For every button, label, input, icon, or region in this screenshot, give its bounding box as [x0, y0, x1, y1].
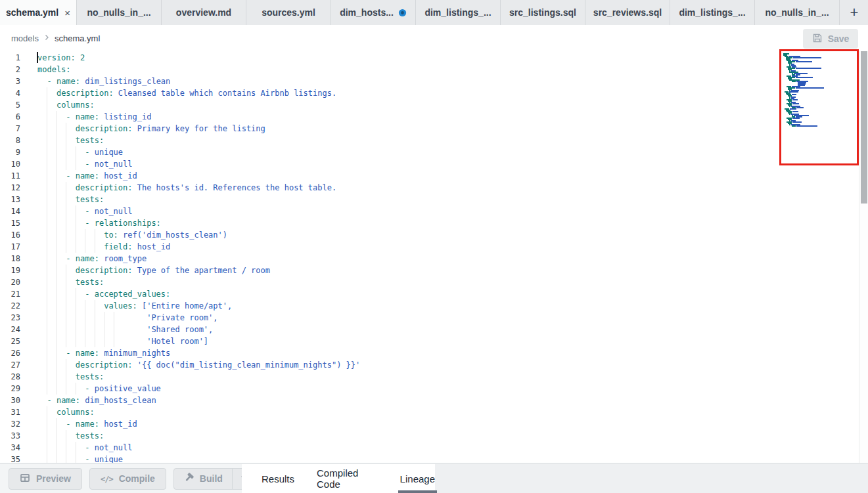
code-token: tests: — [76, 278, 104, 287]
code-line[interactable]: columns: — [37, 406, 776, 418]
code-line[interactable]: - name: host_id — [37, 418, 776, 430]
tab-label: overview.md — [176, 7, 231, 18]
tab-sources-yml[interactable]: sources.yml — [246, 0, 331, 25]
code-line[interactable]: version: 2 — [37, 52, 776, 64]
tab-dim-listings[interactable]: dim_listings_... — [670, 0, 755, 25]
code-line[interactable]: - unique — [37, 146, 776, 158]
line-number: 9 — [0, 146, 20, 158]
code-line[interactable]: - positive_value — [37, 383, 776, 395]
code-indent — [37, 337, 147, 346]
tab-src-listings-sql[interactable]: src_listings.sql — [501, 0, 585, 25]
indent-guide — [66, 158, 66, 170]
code-token: models: — [37, 65, 71, 74]
indent-guide — [76, 454, 76, 463]
scrollbar-thumb[interactable] — [861, 51, 867, 204]
breadcrumb-folder[interactable]: models — [11, 33, 39, 43]
code-line[interactable]: - name: dim_listings_clean — [37, 75, 776, 87]
code-line[interactable]: tests: — [37, 276, 776, 288]
code-line[interactable]: 'Shared room', — [37, 324, 776, 335]
code-token: name: — [76, 419, 99, 429]
tab-no-nulls-in[interactable]: no_nulls_in_... — [755, 0, 840, 25]
code-line[interactable]: description: Cleansed table which contai… — [37, 87, 776, 99]
tab-no-nulls-in[interactable]: no_nulls_in_... — [77, 0, 162, 25]
bottom-tab-results[interactable]: Results — [262, 464, 294, 493]
code-line[interactable]: - not_null — [37, 158, 776, 170]
indent-guide — [47, 158, 47, 170]
code-indent — [37, 455, 85, 463]
tab-dim-listings[interactable]: dim_listings_... — [416, 0, 501, 25]
compile-button[interactable]: </>Compile — [89, 468, 166, 490]
code-line[interactable]: - unique — [37, 454, 776, 463]
indent-guide — [47, 335, 47, 347]
code-line[interactable]: description: Type of the apartment / roo… — [37, 265, 776, 276]
indent-guide — [47, 312, 47, 324]
line-number: 8 — [0, 135, 20, 146]
indent-guide — [76, 300, 76, 312]
code-line[interactable]: - name: minimum_nights — [37, 347, 776, 359]
code-line[interactable]: values: ['Entire home/apt', — [37, 300, 776, 312]
save-button[interactable]: Save — [803, 29, 858, 49]
code-indent — [37, 219, 85, 228]
code-token: - — [85, 443, 94, 452]
code-line[interactable]: columns: — [37, 99, 776, 111]
vertical-scrollbar[interactable] — [859, 51, 868, 463]
code-line[interactable]: tests: — [37, 135, 776, 146]
code-line[interactable]: tests: — [37, 430, 776, 442]
indent-guide — [57, 300, 57, 312]
indent-guide — [47, 371, 47, 383]
code-editor[interactable]: 1234567891011121314151617181920212223242… — [0, 51, 868, 463]
code-line[interactable]: tests: — [37, 371, 776, 383]
code-line[interactable]: 'Private room', — [37, 312, 776, 324]
code-line[interactable]: - name: host_id — [37, 170, 776, 182]
indent-guide — [76, 205, 76, 217]
indent-guide — [66, 371, 66, 383]
tab-overview-md[interactable]: overview.md — [162, 0, 246, 25]
code-line[interactable]: models: — [37, 64, 776, 75]
code-pane[interactable]: version: 2models: - name: dim_listings_c… — [37, 52, 776, 463]
button-label: Preview — [36, 473, 71, 484]
code-token: - — [85, 289, 94, 299]
code-token: name: — [76, 349, 99, 358]
tab-schema-yml[interactable]: schema.yml× — [0, 0, 77, 25]
code-line[interactable]: - relationships: — [37, 217, 776, 229]
code-line[interactable]: tests: — [37, 194, 776, 205]
bottom-tab-lineage[interactable]: Lineage — [400, 464, 435, 493]
indent-guide — [104, 335, 104, 347]
tab-src-reviews-sql[interactable]: src_reviews.sql — [585, 0, 670, 25]
code-line[interactable]: - not_null — [37, 442, 776, 454]
preview-button[interactable]: Preview — [9, 468, 82, 490]
code-line[interactable]: description: Primary key for the listing — [37, 123, 776, 135]
build-button[interactable]: Build — [174, 469, 233, 489]
code-line[interactable]: description: The hosts's id. References … — [37, 182, 776, 194]
code-token: tests: — [76, 372, 104, 381]
line-number: 28 — [0, 371, 20, 383]
indent-guide — [76, 241, 76, 253]
indent-guide — [57, 312, 57, 324]
code-token: not_null — [95, 160, 133, 169]
new-tab-button[interactable]: + — [840, 0, 868, 25]
code-line[interactable]: - name: listing_id — [37, 111, 776, 123]
indent-guide — [66, 442, 66, 454]
code-line[interactable]: - not_null — [37, 205, 776, 217]
line-number-gutter: 1234567891011121314151617181920212223242… — [0, 52, 20, 463]
code-line[interactable]: description: '{{ doc("dim_listing_clean_… — [37, 359, 776, 371]
indent-guide — [76, 229, 76, 241]
indent-guide — [114, 335, 114, 347]
modified-dot-icon — [398, 9, 407, 17]
code-line[interactable]: 'Hotel room'] — [37, 335, 776, 347]
code-line[interactable]: - accepted_values: — [37, 288, 776, 300]
indent-guide — [66, 229, 66, 241]
indent-guide — [66, 300, 66, 312]
code-token: Cleansed table which contains Airbnb lis… — [114, 89, 337, 98]
code-line[interactable]: - name: dim_hosts_clean — [37, 395, 776, 406]
bottom-tab-label: Lineage — [400, 473, 435, 484]
code-line[interactable]: - name: room_type — [37, 253, 776, 265]
code-indent — [37, 419, 66, 429]
code-line[interactable]: field: host_id — [37, 241, 776, 253]
close-icon[interactable]: × — [64, 8, 70, 18]
code-line[interactable]: to: ref('dim_hosts_clean') — [37, 229, 776, 241]
tab-dim-hosts[interactable]: dim_hosts... — [331, 0, 416, 25]
code-token: name: — [57, 77, 80, 86]
bottom-tab-compiled-code[interactable]: Compiled Code — [317, 464, 378, 493]
code-indent — [37, 160, 85, 169]
